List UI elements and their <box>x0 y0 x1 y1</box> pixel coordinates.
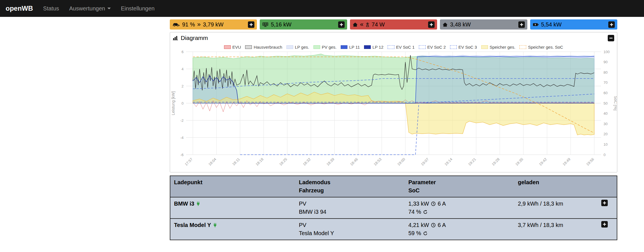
legend-label: EVU <box>232 45 241 50</box>
header-ladepunkt: Ladepunkt <box>170 176 295 197</box>
svg-text:80: 80 <box>604 70 607 75</box>
expand-plus-button[interactable] <box>518 21 525 28</box>
geladen-value: 3,7 kWh / 18,3 km <box>514 219 598 240</box>
lademodus-value: PV <box>299 200 401 208</box>
status-badge-row: 91 % » 3,79 kW 5,16 kW « <box>170 19 617 30</box>
legend-label: EV SoC 1 <box>396 45 415 50</box>
fahrzeug-value: BMW i3 94 <box>299 208 401 216</box>
legend-swatch <box>388 45 394 49</box>
svg-text:50: 50 <box>604 101 607 105</box>
header-soc: SoC <box>408 186 511 195</box>
badge-charging-total-power[interactable]: 5,54 kW <box>530 19 617 30</box>
diagram-title: Diagramm <box>181 35 208 41</box>
soc-value: 59 % <box>408 229 421 237</box>
nav-item-auswertungen[interactable]: Auswertungen <box>69 5 111 12</box>
legend-swatch <box>245 45 252 49</box>
header-parameter-soc: Parameter SoC <box>405 176 514 197</box>
legend-swatch <box>481 45 488 49</box>
clock-icon <box>431 223 436 228</box>
clock-icon <box>431 201 436 206</box>
diagram-card: Diagramm EVUHausverbrauchLP ges.PV ges.L… <box>170 32 617 172</box>
legend-label: Speicher ges. SoC <box>528 45 563 50</box>
table-row-bmw-i3: BMW i3 PV BMW i3 94 1,33 kW <box>170 197 617 219</box>
pylon-icon <box>366 22 369 27</box>
badge-charge-power[interactable]: 91 % » 3,79 kW <box>170 19 257 30</box>
svg-text:-6: -6 <box>180 153 184 157</box>
legend-item: Speicher ges. SoC <box>519 45 563 50</box>
header-actions <box>598 176 617 197</box>
badge-value-text: 5,16 kW <box>271 21 291 28</box>
main-content: 91 % » 3,79 kW 5,16 kW « <box>170 19 617 240</box>
nav-item-einstellungen[interactable]: Einstellungen <box>121 5 155 12</box>
legend-label: LP 12 <box>372 45 383 50</box>
chevron-down-icon <box>107 8 111 9</box>
svg-text:0: 0 <box>604 153 605 157</box>
svg-text:90: 90 <box>604 60 607 64</box>
header-geladen: geladen <box>514 176 598 197</box>
legend-label: Hausverbrauch <box>254 45 282 50</box>
header-lademodus-fahrzeug: Lademodus Fahrzeug <box>295 176 405 197</box>
legend-item: PV ges. <box>313 45 337 50</box>
power-soc-chart: -6-4-20246010203040506070809010017:5718:… <box>170 50 617 172</box>
current-value: 6 A <box>438 200 446 208</box>
svg-text:60: 60 <box>604 91 607 95</box>
badge-house-consumption[interactable]: 3,48 kW <box>440 19 527 30</box>
badge-soc-text: 91 % <box>182 21 195 28</box>
svg-text:2: 2 <box>182 84 184 88</box>
legend-swatch <box>419 45 426 49</box>
house-icon <box>352 22 358 27</box>
header-parameter: Parameter <box>408 178 511 186</box>
badge-grid-power[interactable]: « 74 W <box>350 19 437 30</box>
chargepoint-name: Tesla Model Y <box>174 221 211 229</box>
badge-value-text: 3,79 kW <box>203 21 223 28</box>
fahrzeug-value: Tesla Model Y <box>299 229 401 237</box>
navbar: openWB Status Auswertungen Einstellungen <box>0 0 644 17</box>
expand-plus-button[interactable] <box>338 21 345 28</box>
badge-pv-power[interactable]: 5,16 kW <box>260 19 347 30</box>
expand-plus-button[interactable] <box>428 21 435 28</box>
chargepoint-table: Ladepunkt Lademodus Fahrzeug Parameter S… <box>170 176 617 240</box>
svg-text:10: 10 <box>604 142 607 147</box>
legend-item: LP ges. <box>286 45 309 50</box>
svg-text:-4: -4 <box>180 136 184 140</box>
legend-label: EV SoC 2 <box>427 45 446 50</box>
expand-plus-button[interactable] <box>608 21 615 28</box>
nav-item-auswertungen-label: Auswertungen <box>69 5 105 12</box>
collapse-minus-button[interactable] <box>608 35 614 41</box>
legend-swatch <box>364 45 371 49</box>
plug-connected-icon <box>196 201 200 206</box>
legend-swatch <box>286 45 293 49</box>
svg-text:40: 40 <box>604 111 607 116</box>
svg-text:70: 70 <box>604 80 607 85</box>
power-value: 1,33 kW <box>408 200 429 208</box>
legend-item: EV SoC 3 <box>450 45 477 50</box>
brand-openwb[interactable]: openWB <box>6 4 33 12</box>
legend-label: LP 11 <box>349 45 360 50</box>
diagram-card-header: Diagramm <box>170 32 617 44</box>
legend-label: LP ges. <box>295 45 309 50</box>
expand-plus-button[interactable] <box>248 21 254 28</box>
row-expand-plus-button[interactable] <box>601 200 608 206</box>
svg-text:6: 6 <box>182 50 184 54</box>
legend-item: LP 11 <box>341 45 360 50</box>
nav-item-status[interactable]: Status <box>43 5 59 12</box>
legend-item: EV SoC 1 <box>388 45 415 50</box>
row-expand-plus-button[interactable] <box>601 221 608 228</box>
refresh-icon[interactable] <box>423 210 428 214</box>
legend-label: EV SoC 3 <box>458 45 477 50</box>
svg-text:Leistung [kW]: Leistung [kW] <box>171 91 175 115</box>
lademodus-value: PV <box>299 221 401 229</box>
legend-label: PV ges. <box>322 45 337 50</box>
legend-swatch <box>519 45 526 49</box>
header-fahrzeug: Fahrzeug <box>299 186 401 195</box>
chart-legend: EVUHausverbrauchLP ges.PV ges.LP 11LP 12… <box>170 45 617 50</box>
power-value: 4,21 kW <box>408 221 429 229</box>
legend-item: EV SoC 2 <box>419 45 446 50</box>
refresh-icon[interactable] <box>423 231 428 236</box>
legend-label: Speicher ges. <box>490 45 516 50</box>
solar-panel-icon <box>262 22 268 27</box>
badge-value-text: 3,48 kW <box>450 21 471 28</box>
svg-text:-2: -2 <box>180 118 184 123</box>
chargepoint-name: BMW i3 <box>174 200 194 208</box>
legend-swatch <box>224 45 231 49</box>
